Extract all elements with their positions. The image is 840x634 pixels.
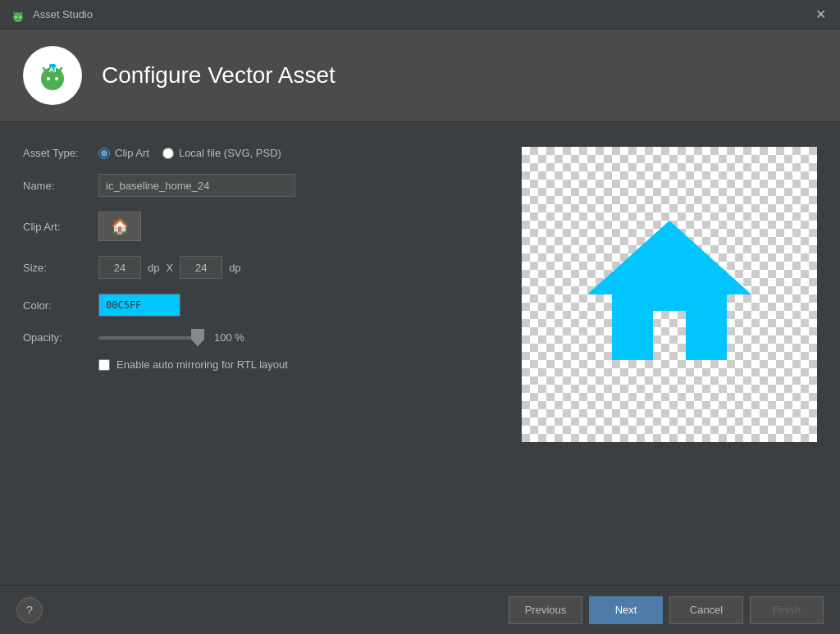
color-row: Color: 00C5FF — [23, 294, 505, 317]
title-bar-text: Asset Studio — [33, 8, 93, 21]
close-button[interactable]: ✕ — [810, 5, 830, 25]
color-picker[interactable]: 00C5FF — [98, 294, 180, 317]
size-width-unit: dp — [148, 262, 159, 274]
name-row: Name: — [23, 174, 505, 197]
svg-point-8 — [47, 77, 50, 80]
finish-button[interactable]: Finish — [750, 596, 824, 624]
asset-type-radio-group: Clip Art Local file (SVG, PSD) — [98, 147, 281, 159]
name-input[interactable] — [98, 174, 295, 197]
size-height-unit: dp — [229, 262, 240, 274]
footer-left: ? — [16, 597, 43, 623]
size-separator: X — [166, 262, 173, 274]
svg-point-2 — [16, 16, 17, 18]
auto-mirror-label[interactable]: Enable auto mirroring for RTL layout — [116, 358, 288, 371]
opacity-controls: 100 % — [98, 331, 244, 344]
size-width-input[interactable] — [98, 256, 141, 279]
dialog-title: Configure Vector Asset — [102, 62, 336, 89]
help-button[interactable]: ? — [16, 597, 43, 623]
clip-art-radio[interactable] — [98, 148, 110, 159]
content-area: Asset Type: Clip Art Local file (SVG, PS… — [0, 122, 840, 585]
cancel-button[interactable]: Cancel — [669, 596, 743, 624]
preview-section — [522, 147, 817, 560]
color-value: 00C5FF — [106, 299, 141, 311]
size-row: Size: dp X dp — [23, 256, 505, 279]
name-label: Name: — [23, 180, 89, 192]
title-bar: Asset Studio ✕ — [0, 0, 840, 30]
opacity-label: Opacity: — [23, 331, 89, 344]
size-height-input[interactable] — [180, 256, 222, 279]
auto-mirror-checkbox[interactable] — [98, 359, 110, 371]
dialog-header: AI Configure Vector Asset — [0, 30, 840, 122]
local-file-option[interactable]: Local file (SVG, PSD) — [162, 147, 281, 159]
android-studio-logo: AI — [23, 46, 82, 105]
dialog: AI Configure Vector Asset Asset Type: Cl… — [0, 30, 840, 634]
asset-type-row: Asset Type: Clip Art Local file (SVG, PS… — [23, 147, 505, 159]
auto-mirror-checkbox-row: Enable auto mirroring for RTL layout — [98, 358, 288, 371]
clip-art-button[interactable]: 🏠 — [98, 212, 141, 241]
opacity-row: Opacity: 100 % — [23, 331, 505, 344]
clip-art-option[interactable]: Clip Art — [98, 147, 149, 159]
auto-mirror-row: Enable auto mirroring for RTL layout — [23, 358, 505, 371]
opacity-value: 100 % — [214, 331, 244, 344]
svg-point-3 — [20, 16, 21, 18]
clip-art-row: Clip Art: 🏠 — [23, 212, 505, 241]
clip-art-label: Clip Art: — [23, 221, 89, 233]
size-label: Size: — [23, 262, 89, 274]
form-section: Asset Type: Clip Art Local file (SVG, PS… — [23, 147, 505, 560]
preview-svg — [571, 196, 768, 393]
asset-type-label: Asset Type: — [23, 147, 89, 159]
home-icon: 🏠 — [111, 217, 129, 235]
preview-canvas — [522, 147, 817, 442]
svg-text:AI: AI — [49, 66, 57, 74]
size-inputs: dp X dp — [98, 256, 241, 279]
previous-button[interactable]: Previous — [509, 596, 582, 624]
next-button[interactable]: Next — [589, 596, 663, 624]
svg-point-9 — [55, 77, 58, 80]
color-label: Color: — [23, 299, 89, 312]
local-file-radio[interactable] — [162, 148, 174, 159]
app-icon — [10, 7, 26, 23]
footer-right: Previous Next Cancel Finish — [509, 596, 824, 624]
local-file-radio-label[interactable]: Local file (SVG, PSD) — [179, 147, 281, 159]
clip-art-radio-label[interactable]: Clip Art — [115, 147, 149, 159]
opacity-slider[interactable] — [98, 336, 204, 340]
footer: ? Previous Next Cancel Finish — [0, 585, 840, 634]
